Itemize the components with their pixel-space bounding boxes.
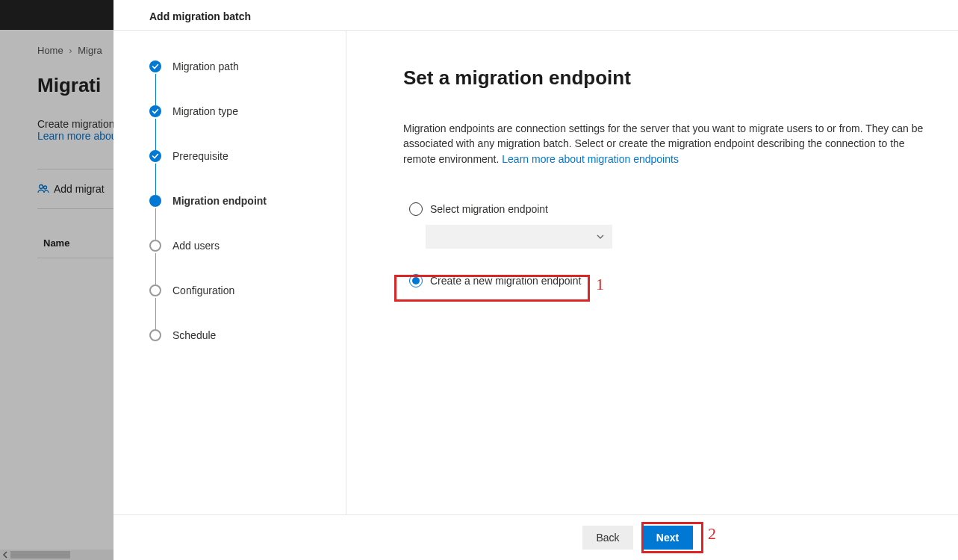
wizard-step[interactable]: Migration path [149, 60, 328, 105]
radio-icon [409, 274, 423, 287]
current-step-icon [149, 195, 161, 207]
future-step-icon [149, 329, 161, 341]
radio-select-label: Select migration endpoint [430, 203, 548, 215]
wizard-step[interactable]: Migration type [149, 105, 328, 150]
content-description: Migration endpoints are connection setti… [403, 121, 934, 167]
next-button[interactable]: Next [642, 526, 693, 550]
radio-icon [409, 202, 423, 216]
content-title: Set a migration endpoint [403, 66, 934, 90]
step-label: Migration endpoint [172, 195, 267, 240]
step-label: Configuration [172, 284, 234, 329]
wizard-content: Set a migration endpoint Migration endpo… [346, 31, 958, 514]
future-step-icon [149, 240, 161, 252]
panel-footer: Back Next 2 [113, 514, 958, 560]
check-circle-icon [149, 60, 161, 72]
wizard-steps: Migration pathMigration typePrerequisite… [113, 31, 346, 514]
chevron-down-icon [596, 232, 605, 241]
check-circle-icon [149, 105, 161, 117]
step-label: Prerequisite [172, 150, 228, 195]
back-button[interactable]: Back [582, 526, 633, 550]
step-label: Schedule [172, 329, 216, 341]
wizard-step[interactable]: Migration endpoint [149, 195, 328, 240]
add-migration-panel: Add migration batch Migration pathMigrat… [113, 0, 958, 560]
endpoint-dropdown[interactable] [426, 225, 612, 249]
step-label: Migration type [172, 105, 238, 150]
panel-header: Add migration batch [113, 0, 958, 31]
wizard-step[interactable]: Add users [149, 240, 328, 284]
radio-create-endpoint[interactable]: Create a new migration endpoint [403, 270, 934, 292]
wizard-step[interactable]: Configuration [149, 284, 328, 329]
panel-body: Migration pathMigration typePrerequisite… [113, 31, 958, 514]
check-circle-icon [149, 150, 161, 162]
step-label: Migration path [172, 60, 239, 105]
radio-select-endpoint[interactable]: Select migration endpoint [403, 198, 934, 220]
radio-create-label: Create a new migration endpoint [430, 275, 581, 287]
annotation-label-2: 2 [708, 524, 716, 544]
wizard-step[interactable]: Schedule [149, 329, 328, 341]
wizard-step[interactable]: Prerequisite [149, 150, 328, 195]
step-label: Add users [172, 240, 220, 284]
modal-overlay [0, 0, 113, 560]
annotation-label-1: 1 [596, 275, 604, 294]
future-step-icon [149, 284, 161, 296]
learn-more-endpoints-link[interactable]: Learn more about migration endpoints [502, 153, 679, 165]
